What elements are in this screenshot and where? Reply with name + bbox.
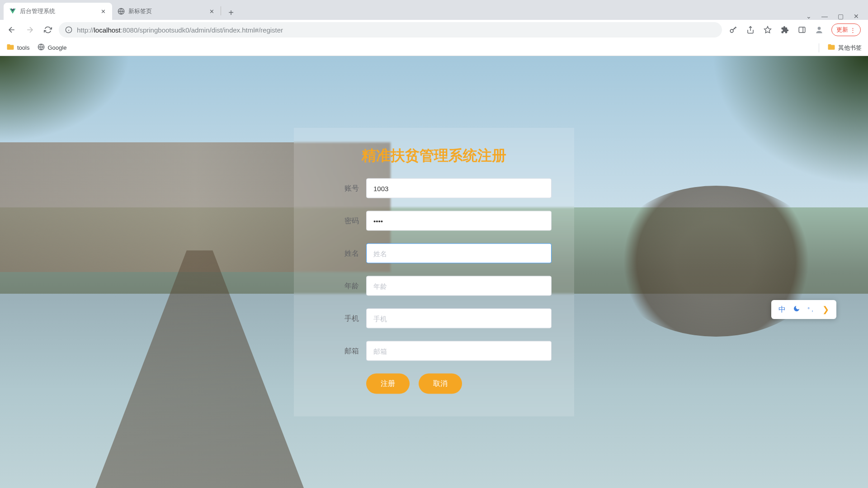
bookmark-star-icon[interactable] — [763, 25, 773, 35]
forward-button[interactable] — [23, 23, 37, 37]
tab-new-page[interactable]: 新标签页 ✕ — [112, 3, 221, 20]
svg-point-8 — [818, 27, 821, 30]
email-label: 邮箱 — [316, 346, 366, 356]
folder-icon — [827, 43, 835, 52]
vue-icon — [9, 8, 16, 15]
bookmark-google[interactable]: Google — [38, 43, 66, 52]
name-input[interactable] — [366, 244, 552, 263]
extensions-icon[interactable] — [780, 25, 790, 35]
chevron-right-icon[interactable]: ❯ — [822, 305, 829, 314]
back-button[interactable] — [5, 23, 19, 37]
close-window-icon[interactable]: ✕ — [854, 13, 859, 20]
reload-button[interactable] — [41, 23, 55, 37]
share-icon[interactable] — [745, 25, 755, 35]
toolbar-icons: 更新 ⋮ — [726, 23, 863, 36]
email-input[interactable] — [366, 341, 552, 361]
cancel-button[interactable]: 取消 — [419, 374, 462, 394]
page-content: 精准扶贫管理系统注册 账号 密码 姓名 年龄 手机 邮箱 注册 取消 — [0, 56, 868, 488]
ime-mode[interactable]: 中 — [778, 305, 786, 314]
form-row-name: 姓名 — [316, 244, 552, 263]
ime-toolbar[interactable]: 中 °， ❯ — [771, 300, 836, 319]
profile-icon[interactable] — [814, 25, 824, 35]
svg-marker-5 — [764, 27, 771, 33]
moon-icon[interactable] — [793, 305, 800, 314]
globe-icon — [38, 43, 45, 52]
form-row-phone: 手机 — [316, 309, 552, 328]
age-label: 年龄 — [316, 281, 366, 291]
globe-icon — [118, 8, 125, 15]
form-row-account: 账号 — [316, 178, 552, 198]
svg-rect-6 — [799, 27, 805, 33]
close-icon[interactable]: ✕ — [99, 8, 107, 15]
name-label: 姓名 — [316, 249, 366, 258]
tab-title: 后台管理系统 — [20, 7, 55, 15]
form-row-password: 密码 — [316, 211, 552, 231]
tab-divider — [221, 6, 221, 15]
bookmark-separator — [819, 43, 819, 52]
address-bar-row: http://localhost:8080/springbootsudk0/ad… — [0, 20, 868, 40]
folder-icon — [6, 43, 14, 52]
chevron-down-icon[interactable]: ⌄ — [806, 13, 811, 20]
menu-dots-icon: ⋮ — [850, 27, 856, 33]
bookmark-tools[interactable]: tools — [6, 43, 29, 52]
form-actions: 注册 取消 — [316, 374, 552, 394]
update-button[interactable]: 更新 ⋮ — [831, 23, 861, 36]
other-bookmarks[interactable]: 其他书签 — [827, 43, 862, 52]
svg-point-4 — [730, 29, 733, 33]
bookmarks-bar: tools Google 其他书签 — [0, 40, 868, 56]
ime-punct-icon[interactable]: °， — [807, 306, 815, 314]
form-row-age: 年龄 — [316, 276, 552, 296]
form-row-email: 邮箱 — [316, 341, 552, 361]
register-button[interactable]: 注册 — [366, 374, 410, 394]
form-title: 精准扶贫管理系统注册 — [316, 146, 552, 166]
account-label: 账号 — [316, 183, 366, 193]
password-label: 密码 — [316, 216, 366, 225]
age-input[interactable] — [366, 276, 552, 296]
close-icon[interactable]: ✕ — [208, 8, 215, 15]
phone-label: 手机 — [316, 314, 366, 323]
site-info-icon[interactable] — [65, 26, 72, 33]
account-input[interactable] — [366, 178, 552, 198]
minimize-icon[interactable]: — — [821, 13, 828, 20]
side-panel-icon[interactable] — [797, 25, 807, 35]
tab-title: 新标签页 — [128, 7, 152, 15]
new-tab-button[interactable]: + — [224, 5, 238, 20]
browser-chrome: 后台管理系统 ✕ 新标签页 ✕ + ⌄ — ▢ ✕ — [0, 0, 868, 56]
password-input[interactable] — [366, 211, 552, 231]
tab-bar: 后台管理系统 ✕ 新标签页 ✕ + ⌄ — ▢ ✕ — [0, 0, 868, 20]
password-key-icon[interactable] — [728, 25, 738, 35]
address-bar[interactable]: http://localhost:8080/springbootsudk0/ad… — [59, 22, 722, 38]
register-form: 精准扶贫管理系统注册 账号 密码 姓名 年龄 手机 邮箱 注册 取消 — [294, 128, 574, 417]
window-controls: ⌄ — ▢ ✕ — [806, 13, 868, 20]
tab-admin[interactable]: 后台管理系统 ✕ — [4, 3, 112, 20]
phone-input[interactable] — [366, 309, 552, 328]
maximize-icon[interactable]: ▢ — [838, 13, 844, 20]
url-text: http://localhost:8080/springbootsudk0/ad… — [77, 26, 716, 34]
